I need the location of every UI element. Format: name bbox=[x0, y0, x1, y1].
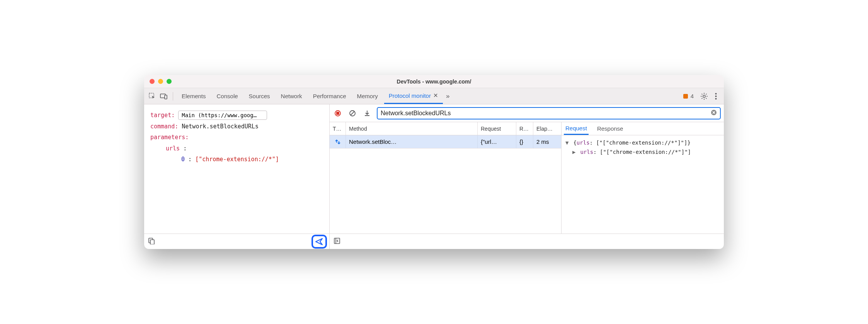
warnings-count: 4 bbox=[691, 93, 694, 99]
protocol-toolbar bbox=[330, 104, 724, 122]
log-row[interactable]: Network.setBloc… {"url… {} 2 ms bbox=[330, 135, 561, 148]
details-body: ▼ {urls: ["["chrome-extension://*"]"]} ▶… bbox=[562, 135, 724, 160]
window-title: DevTools - www.google.com/ bbox=[144, 78, 724, 85]
col-method[interactable]: Method bbox=[346, 122, 478, 135]
svg-point-4 bbox=[703, 95, 705, 97]
device-toolbar-icon[interactable] bbox=[159, 91, 169, 101]
copy-icon[interactable] bbox=[148, 237, 155, 246]
close-window-icon[interactable] bbox=[150, 79, 155, 84]
settings-icon[interactable] bbox=[699, 91, 709, 101]
record-icon[interactable] bbox=[333, 108, 343, 118]
log-row-method: Network.setBloc… bbox=[346, 135, 478, 148]
svg-rect-9 bbox=[150, 240, 154, 244]
param-index: 0 bbox=[181, 156, 185, 163]
clear-icon[interactable] bbox=[347, 108, 357, 118]
param-value: ["chrome-extension://*"] bbox=[195, 156, 279, 163]
command-editor-footer bbox=[144, 234, 329, 249]
protocol-log-pane: T… Method Request R… Elap… Network.setBl… bbox=[330, 104, 724, 249]
svg-rect-3 bbox=[683, 94, 688, 99]
tree-row-root[interactable]: ▼ {urls: ["["chrome-extension://*"]"]} bbox=[565, 138, 720, 148]
protocol-split: T… Method Request R… Elap… Network.setBl… bbox=[330, 122, 724, 234]
content-area: target: Main (https://www.goog… ▾ comman… bbox=[144, 104, 724, 249]
tab-memory[interactable]: Memory bbox=[352, 88, 383, 104]
svg-point-7 bbox=[715, 98, 717, 99]
command-label: command: bbox=[150, 123, 178, 130]
tab-sources[interactable]: Sources bbox=[244, 88, 275, 104]
collapse-pane-icon[interactable] bbox=[334, 237, 340, 246]
filter-input-wrapper bbox=[377, 107, 721, 119]
details-tab-response[interactable]: Response bbox=[596, 122, 625, 135]
details-tab-request[interactable]: Request bbox=[564, 122, 589, 135]
svg-rect-11 bbox=[337, 112, 339, 114]
svg-rect-2 bbox=[165, 95, 167, 99]
details-tabs: Request Response bbox=[562, 122, 724, 135]
log-row-request: {"url… bbox=[478, 135, 516, 148]
svg-point-6 bbox=[715, 95, 717, 97]
protocol-footer bbox=[330, 234, 724, 249]
close-tab-icon[interactable]: ✕ bbox=[433, 92, 438, 99]
clear-filter-icon[interactable] bbox=[711, 109, 717, 117]
caret-down-icon: ▼ bbox=[565, 138, 570, 148]
command-value: Network.setBlockedURLs bbox=[182, 123, 259, 130]
col-elapsed[interactable]: Elap… bbox=[533, 122, 561, 135]
log-row-elapsed: 2 ms bbox=[533, 135, 561, 148]
main-tabbar: Elements Console Sources Network Perform… bbox=[144, 88, 724, 104]
col-response[interactable]: R… bbox=[516, 122, 533, 135]
divider bbox=[173, 92, 173, 101]
col-type[interactable]: T… bbox=[330, 122, 346, 135]
command-editor-pane: target: Main (https://www.goog… ▾ comman… bbox=[144, 104, 330, 249]
save-icon[interactable] bbox=[362, 108, 372, 118]
warnings-badge[interactable]: 4 bbox=[682, 93, 694, 99]
filter-input[interactable] bbox=[381, 110, 711, 117]
devtools-window: DevTools - www.google.com/ Elements Cons… bbox=[144, 75, 724, 249]
tab-console[interactable]: Console bbox=[212, 88, 243, 104]
bidirectional-icon bbox=[335, 139, 341, 145]
minimize-window-icon[interactable] bbox=[158, 79, 163, 84]
titlebar: DevTools - www.google.com/ bbox=[144, 75, 724, 88]
log-table-pane: T… Method Request R… Elap… Network.setBl… bbox=[330, 122, 562, 234]
warning-icon bbox=[682, 93, 689, 99]
log-row-response: {} bbox=[516, 135, 533, 148]
more-tabs-icon[interactable]: » bbox=[446, 92, 449, 100]
window-controls bbox=[150, 79, 172, 84]
caret-right-icon: ▶ bbox=[572, 148, 577, 157]
log-table-header: T… Method Request R… Elap… bbox=[330, 122, 561, 135]
col-request[interactable]: Request bbox=[478, 122, 516, 135]
maximize-window-icon[interactable] bbox=[167, 79, 172, 84]
send-command-button[interactable] bbox=[311, 235, 327, 249]
target-select[interactable]: Main (https://www.goog… bbox=[178, 111, 267, 120]
tab-protocol-monitor-label: Protocol monitor bbox=[389, 92, 431, 99]
tab-protocol-monitor[interactable]: Protocol monitor ✕ bbox=[384, 88, 443, 104]
param-urls-label: urls bbox=[166, 145, 180, 152]
target-label: target: bbox=[150, 112, 175, 119]
svg-point-5 bbox=[715, 93, 717, 94]
svg-line-13 bbox=[351, 111, 354, 115]
tab-elements[interactable]: Elements bbox=[177, 88, 211, 104]
parameters-label: parameters: bbox=[150, 134, 189, 141]
command-editor-body: target: Main (https://www.goog… ▾ comman… bbox=[144, 104, 329, 234]
tab-performance[interactable]: Performance bbox=[308, 88, 351, 104]
inspect-element-icon[interactable] bbox=[147, 91, 157, 101]
tab-network[interactable]: Network bbox=[276, 88, 307, 104]
tree-row-child[interactable]: ▶ urls: ["["chrome-extension://*"]"] bbox=[565, 148, 720, 157]
more-menu-icon[interactable] bbox=[711, 91, 721, 101]
details-pane: Request Response ▼ {urls: ["["chrome-ext… bbox=[562, 122, 724, 234]
